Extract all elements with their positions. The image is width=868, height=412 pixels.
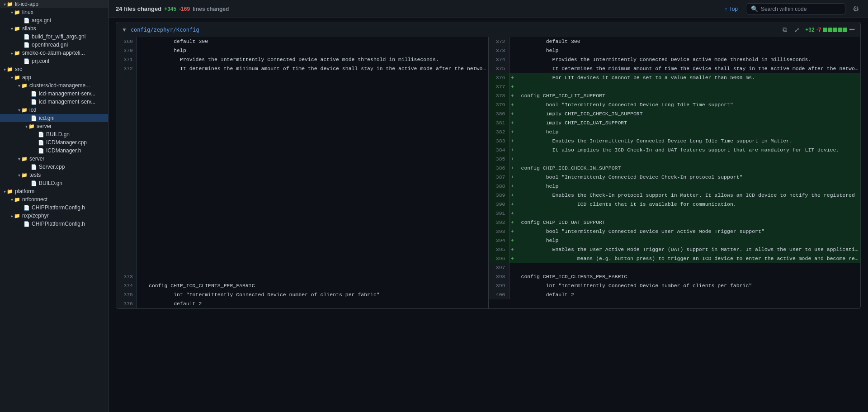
diff-line	[116, 118, 488, 128]
line-code: config CHIP_ICD_UAT_SUPPORT	[516, 218, 861, 227]
top-button[interactable]: ↑ Top	[722, 4, 741, 14]
diff-sign	[137, 209, 143, 218]
file-icon: 📄	[24, 221, 30, 227]
tree-item-CHIPPlatformConfig1[interactable]: 📄CHIPPlatformConfig.h	[0, 204, 108, 212]
tree-item-label: openthread.gni	[32, 42, 68, 48]
diff-line	[116, 82, 488, 91]
more-button[interactable]: •••	[849, 27, 855, 33]
tree-item-platform[interactable]: ▾📁platform	[0, 187, 108, 195]
diff-line: 393+ bool "Intermittenly Connected Devic…	[489, 227, 861, 236]
tree-item-icd[interactable]: ▾📁icd	[0, 106, 108, 114]
tree-item-label: linux	[22, 9, 33, 15]
diff-right: 372 default 300373 help374 Provides the …	[489, 37, 861, 308]
line-number	[116, 245, 137, 254]
tree-item-linux[interactable]: ▾📁linux	[0, 8, 108, 16]
diff-sign	[137, 191, 143, 200]
diff-sign: +	[509, 118, 516, 128]
diff-sign	[137, 281, 143, 290]
tree-item-nxp-zephyr[interactable]: ▸📁nxp/zephyr	[0, 212, 108, 220]
tree-item-nrfconnect[interactable]: ▾📁nrfconnect	[0, 195, 108, 204]
copy-button[interactable]: ⧉	[781, 25, 789, 34]
tree-item-silabs[interactable]: ▾📁silabs	[0, 24, 108, 33]
diff-line: 400 default 2	[489, 290, 861, 299]
diff-line: 397	[489, 263, 861, 272]
diff-area[interactable]: ▼ config/zephyr/Kconfig ⧉ ⤢ +32 -7 ••• 3…	[108, 18, 868, 412]
line-code	[143, 91, 488, 100]
line-number: 375	[116, 290, 137, 299]
tree-item-icd-management-serv2[interactable]: 📄icd-management-serv...	[0, 98, 108, 106]
diff-line: 377+	[489, 82, 861, 91]
tree-item-smoke-co-alarm-app-teli[interactable]: ▸📁smoke-co-alarm-app/teli...	[0, 49, 108, 57]
line-number: 400	[489, 290, 509, 299]
diff-sign: +	[509, 128, 516, 137]
tree-item-server-folder2[interactable]: ▾📁server	[0, 155, 108, 163]
line-number	[116, 227, 137, 236]
tree-item-src[interactable]: ▾📁src	[0, 65, 108, 73]
line-number: 389	[489, 191, 509, 200]
file-tree[interactable]: ▾📁lit-icd-app▾📁linux📄args.gni▾📁silabs📄bu…	[0, 0, 108, 412]
diff-line: 390+ ICD clients that it is available fo…	[489, 200, 861, 209]
search-box[interactable]: 🔍	[746, 3, 845, 14]
tree-item-build_for_wifi_args.gni[interactable]: 📄build_for_wifi_args.gni	[0, 33, 108, 41]
tree-item-label: silabs	[22, 25, 36, 32]
tree-item-ICDManager.h[interactable]: 📄ICDManager.h	[0, 147, 108, 155]
line-code: imply CHIP_ICD_CHECK_IN_SUPPORT	[516, 109, 861, 118]
tree-item-tests[interactable]: ▾📁tests	[0, 171, 108, 179]
tree-item-args.gni[interactable]: 📄args.gni	[0, 16, 108, 24]
diff-sign	[137, 200, 143, 209]
tree-item-Server.cpp[interactable]: 📄Server.cpp	[0, 163, 108, 171]
diff-sign	[137, 46, 143, 55]
line-number	[116, 173, 137, 182]
line-code: config CHIP_ICD_CHECK_IN_SUPPORT	[516, 164, 861, 173]
chevron-icon: ▾	[11, 197, 13, 202]
tree-item-BUILD.gn1[interactable]: 📄BUILD.gn	[0, 130, 108, 138]
tree-item-ICDManager.cpp[interactable]: 📄ICDManager.cpp	[0, 138, 108, 147]
tree-item-label: build_for_wifi_args.gni	[32, 33, 85, 40]
line-code: It determines the minimum amount of time…	[516, 64, 861, 73]
tree-item-clusters-icd-management[interactable]: ▾📁clusters/icd-manageme...	[0, 81, 108, 90]
stat-blocks	[823, 28, 847, 32]
search-input[interactable]	[761, 6, 840, 12]
line-code	[143, 109, 488, 118]
tree-item-icd-management-serv1[interactable]: 📄icd-management-serv...	[0, 90, 108, 98]
tree-item-label: BUILD.gn	[46, 131, 70, 137]
tree-item-CHIPPlatformConfig2[interactable]: 📄CHIPPlatformConfig.h	[0, 220, 108, 228]
line-number	[116, 100, 137, 109]
tree-item-icd.gni[interactable]: 📄icd.gni	[0, 114, 108, 122]
tree-item-label: platform	[15, 188, 34, 194]
line-code	[143, 128, 488, 137]
folder-icon: 📁	[14, 9, 20, 15]
tree-item-label: nrfconnect	[22, 196, 47, 203]
diff-line: 399 int "Intermittently Connected Device…	[489, 281, 861, 290]
diff-line	[116, 91, 488, 100]
line-number: 378	[489, 91, 509, 100]
line-code	[143, 118, 488, 128]
tree-item-prj.conf[interactable]: 📄prj.conf	[0, 57, 108, 65]
line-number: 372	[489, 37, 509, 46]
tree-item-app[interactable]: ▾📁app	[0, 73, 108, 81]
tree-item-BUILD.gn2[interactable]: 📄BUILD.gn	[0, 179, 108, 187]
diff-line: 396+ means (e.g. button press) to trigge…	[489, 254, 861, 263]
diff-line	[116, 245, 488, 254]
line-number: 391	[489, 209, 509, 218]
settings-icon[interactable]: ⚙	[851, 3, 861, 15]
diff-line: 382+ help	[489, 128, 861, 137]
expand-button[interactable]: ⤢	[793, 25, 802, 34]
line-code	[143, 200, 488, 209]
file-icon: 📄	[24, 42, 30, 48]
diff-sign	[509, 55, 516, 64]
line-number: 386	[489, 164, 509, 173]
line-code: Enables the Intermittently Connected Dev…	[516, 137, 861, 146]
tree-item-openthread.gni[interactable]: 📄openthread.gni	[0, 41, 108, 49]
file-icon: 📄	[24, 205, 30, 211]
line-number	[116, 118, 137, 128]
tree-item-lit-icd-app[interactable]: ▾📁lit-icd-app	[0, 0, 108, 8]
folder-icon: 📁	[21, 83, 28, 89]
diff-sign	[137, 64, 143, 73]
stat-block-add-4	[838, 28, 842, 32]
diff-line	[116, 173, 488, 182]
collapse-button[interactable]: ▼	[122, 27, 127, 33]
tree-item-server-folder1[interactable]: ▾📁server	[0, 122, 108, 130]
file-icon: 📄	[38, 132, 44, 137]
line-number: 390	[489, 200, 509, 209]
